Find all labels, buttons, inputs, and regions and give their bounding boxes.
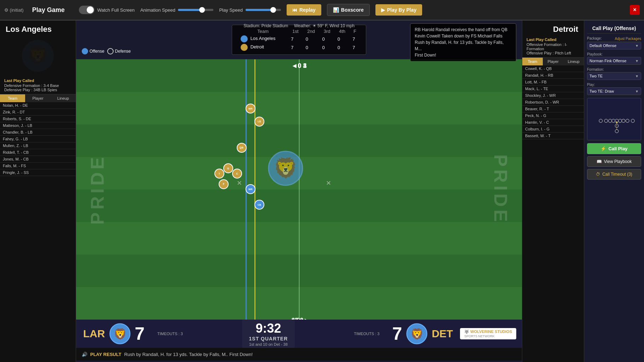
list-item[interactable]: Randall, H. - RB — [522, 72, 584, 79]
list-item[interactable]: Beaver, R. - T — [522, 106, 584, 112]
football-field: PRIDE PRIDE ◄0 1 ◄0 2 ◄0 3 ◄0 4 ◄0 5 ◄0 … — [76, 59, 522, 320]
app-logo: ⚙ (initiat) — [4, 7, 24, 13]
det-q3: 0 — [320, 43, 335, 52]
package-select[interactable]: Default Offense ▼ — [587, 42, 641, 49]
list-item[interactable]: Robertson, D. - WR — [522, 99, 584, 106]
defense-radio[interactable] — [107, 48, 114, 54]
call-timeout-button[interactable]: ⏱ Call Timeout (3) — [587, 169, 641, 180]
left-defensive-play: Defensive Play : 34B LB Spies — [4, 88, 71, 92]
play-speed-label: Play Speed — [219, 7, 243, 13]
stadium-weather-info: Stadium: Pride Stadium Weather: ☀ 59° F,… — [243, 23, 355, 28]
player-c[interactable]: C — [232, 169, 242, 179]
scorebug: LAR 🦁 7 TIMEOUTS : 3 9:32 — [76, 320, 522, 362]
player-qb[interactable]: QB — [237, 143, 247, 153]
list-item[interactable]: Matteson, J. - LB — [0, 122, 76, 129]
play-result-bar: 🔊 PLAY RESULT Rush by Randall, H. for 13… — [76, 348, 522, 361]
formation-select[interactable]: Two TE ▼ — [587, 72, 641, 80]
list-item[interactable]: Lott, M. - FB — [522, 79, 584, 86]
det-final: 7 — [350, 43, 360, 52]
la-q1: 7 — [288, 35, 303, 43]
col-q1: 1st — [288, 28, 303, 35]
left-roster: Team Player Lineup Nolan, H. - DEZink, R… — [0, 94, 76, 362]
list-item[interactable]: Falls, M. - FS — [0, 163, 76, 169]
list-item[interactable]: Nolan, H. - DE — [0, 102, 76, 109]
det-timeouts: TIMEOUTS : 3 — [348, 332, 385, 336]
defense-toggle[interactable]: Defense — [107, 48, 131, 54]
offense-toggle[interactable]: Offense — [82, 48, 104, 54]
x-marker-2: ✕ — [326, 179, 331, 187]
stadium-label: Stadium: Pride Stadium — [243, 23, 288, 28]
list-item[interactable]: Riddell, T. - CB — [0, 149, 76, 156]
play-by-play-button[interactable]: ▶ Play By Play — [375, 4, 422, 16]
player-lb-1[interactable]: LB — [254, 117, 264, 127]
list-item[interactable]: Fahey, G. - LB — [0, 136, 76, 142]
lar-score: 7 — [135, 323, 145, 344]
right-tab-lineup[interactable]: Lineup — [563, 58, 584, 65]
la-q2: 0 — [303, 35, 320, 43]
close-button[interactable]: × — [630, 5, 640, 15]
boxscore-button[interactable]: 📊 Boxscore — [327, 4, 370, 16]
lar-icon: 🦁 — [109, 323, 131, 344]
list-item[interactable]: Chandler, B. - LB — [0, 129, 76, 136]
player-g-right[interactable]: F — [219, 179, 229, 189]
left-last-play-title: Last Play Called — [4, 78, 71, 83]
offense-radio[interactable] — [82, 48, 88, 54]
package-value: Default Offense — [590, 43, 616, 48]
lar-timeouts-label: TIMEOUTS : 3 — [157, 332, 183, 336]
play-result-icon: 🔊 — [82, 352, 87, 357]
list-item[interactable]: Hamlin, V. - C — [522, 119, 584, 126]
play-select[interactable]: Two TE: Draw ▼ — [587, 87, 641, 95]
tooltip-text: RB Harold Randall receives the hand off … — [415, 27, 512, 58]
list-item[interactable]: Mack, L. - TE — [522, 86, 584, 92]
right-roster: Team Player Lineup Cowell, K. - QBRandal… — [522, 58, 584, 362]
game-quarter: 1ST QUARTER — [249, 336, 288, 341]
right-sidebar: Detroit Last Play Called Offensive Forma… — [522, 21, 584, 362]
list-item[interactable]: Bassett, W. - T — [522, 133, 584, 139]
player-g-left[interactable]: G — [223, 163, 233, 173]
player-t-left[interactable]: T — [214, 169, 224, 179]
play-speed-slider[interactable] — [246, 9, 281, 11]
list-item[interactable]: Jones, M. - CB — [0, 156, 76, 163]
lar-timeouts: TIMEOUTS : 3 — [151, 332, 188, 336]
network-name: WOLVERINE STUDIOS — [470, 329, 512, 334]
replay-button[interactable]: ⏮ Replay — [287, 4, 321, 16]
right-roster-tabs: Team Player Lineup — [522, 58, 584, 65]
right-tab-team[interactable]: Team — [522, 58, 543, 65]
right-offensive-formation: Offensive Formation : I-Formation — [527, 42, 580, 51]
list-item[interactable]: Zink, R. - DT — [0, 109, 76, 116]
call-play-button[interactable]: ⚡ Call Play — [587, 143, 641, 154]
list-item[interactable]: Peck, N. - G — [522, 112, 584, 119]
replay-icon: ⏮ — [292, 7, 297, 13]
formation-field: Formation: Two TE ▼ — [587, 68, 641, 80]
adjust-packages-link[interactable]: Adjust Packages — [615, 37, 642, 41]
la-q4: 0 — [335, 35, 350, 43]
left-roster-tabs: Team Player Lineup — [0, 94, 76, 102]
list-item[interactable]: Pringle, J. - SS — [0, 169, 76, 176]
game-situation: 1st and 10 on Det - 38 — [249, 342, 288, 346]
playbook-select[interactable]: Norman Fink Offense ▼ — [587, 57, 641, 65]
right-offensive-play: Offensive Play : Pitch Left — [527, 51, 580, 55]
list-item[interactable]: Shockley, J. - WR — [522, 92, 584, 99]
player-wr-2[interactable]: WR — [246, 184, 255, 194]
right-tab-player[interactable]: Player — [543, 58, 563, 65]
package-label: Package: — [587, 36, 602, 40]
game-clock-block: 9:32 1ST QUARTER 1st and 10 on Det - 38 — [242, 320, 295, 348]
offense-defense-toggle[interactable]: Offense Defense — [82, 48, 131, 54]
player-wr-1[interactable]: WR — [246, 104, 255, 113]
playbook-arrow-icon: ▼ — [635, 59, 639, 63]
left-tab-team[interactable]: Team — [0, 94, 25, 102]
list-item[interactable]: Roberts, S. - DE — [0, 116, 76, 122]
view-playbook-button[interactable]: 📖 View Playbook — [587, 156, 641, 167]
fullscreen-toggle-switch[interactable] — [79, 6, 94, 14]
left-team-name: Los Angeles — [0, 21, 76, 35]
list-item[interactable]: Colburn, I. - G — [522, 126, 584, 133]
scoreboard-row: Stadium: Pride Stadium Weather: ☀ 59° F,… — [76, 21, 522, 59]
left-tab-lineup[interactable]: Lineup — [51, 94, 76, 102]
left-defensive-formation: Defensive Formation : 3-4 Base — [4, 83, 71, 88]
list-item[interactable]: Mullen, Z. - LB — [0, 142, 76, 149]
list-item[interactable]: Cowell, K. - QB — [522, 65, 584, 72]
animation-speed-slider[interactable] — [178, 9, 213, 11]
watch-fullscreen-toggle[interactable]: Watch Full Screen — [79, 6, 135, 14]
left-tab-player[interactable]: Player — [25, 94, 50, 102]
formation-arrow-icon: ▼ — [635, 74, 639, 78]
